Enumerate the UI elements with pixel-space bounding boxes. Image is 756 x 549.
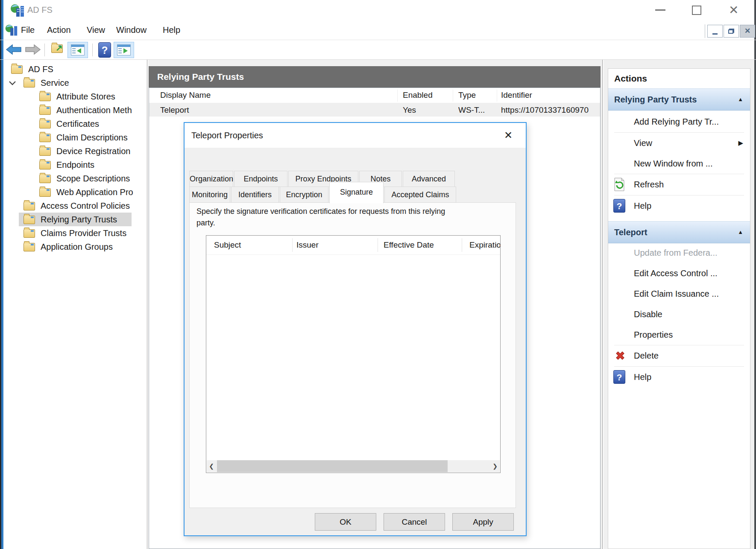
column-separator[interactable]: [497, 90, 497, 102]
back-arrow-icon[interactable]: [6, 43, 22, 56]
mdi-restore-button[interactable]: [724, 25, 739, 38]
scrollbar-thumb[interactable]: [217, 460, 448, 472]
chevron-down-icon[interactable]: [9, 81, 16, 85]
action-new-window[interactable]: New Window from ...: [608, 153, 750, 174]
menu-action[interactable]: Action: [47, 20, 71, 40]
up-one-level-icon[interactable]: ↗: [51, 44, 63, 55]
tree-item-certificates[interactable]: Certificates: [3, 117, 144, 131]
action-edit-access-control-policy[interactable]: Edit Access Control ...: [608, 263, 750, 283]
show-hide-action-pane-button[interactable]: [114, 42, 134, 58]
tree-item-authentication-methods[interactable]: Authentication Meth: [3, 103, 144, 117]
tab-monitoring[interactable]: Monitoring: [189, 187, 230, 203]
folder-icon: [23, 202, 35, 210]
splitter[interactable]: [147, 60, 147, 549]
column-header-enabled[interactable]: Enabled: [403, 88, 433, 103]
teleport-properties-dialog: Teleport Properties ✕ Organization Endpo…: [184, 122, 527, 536]
tree-item-label: Claim Descriptions: [56, 131, 128, 144]
splitter-highlight: [148, 60, 148, 549]
column-separator[interactable]: [453, 90, 453, 102]
minimize-button[interactable]: [655, 9, 665, 11]
tab-endpoints[interactable]: Endpoints: [234, 171, 287, 187]
collapse-icon[interactable]: ▲: [738, 89, 743, 110]
close-button[interactable]: ✕: [729, 3, 738, 18]
folder-icon: [39, 147, 51, 156]
action-delete[interactable]: Delete: [608, 345, 750, 366]
tree-item-label: Authentication Meth: [56, 103, 132, 117]
tab-accepted-claims[interactable]: Accepted Claims: [384, 187, 456, 203]
tree-item-label: Access Control Policies: [41, 199, 130, 213]
column-header-type[interactable]: Type: [458, 88, 476, 103]
tree-item-claim-descriptions[interactable]: Claim Descriptions: [3, 131, 144, 144]
window-border-right: [754, 0, 756, 549]
forward-arrow-icon[interactable]: [25, 43, 41, 56]
cert-column-expiration[interactable]: Expiratio: [469, 236, 500, 254]
action-edit-claim-issuance-policy[interactable]: Edit Claim Issuance ...: [608, 283, 750, 304]
tree-item-service[interactable]: Service: [3, 76, 144, 90]
action-help[interactable]: ? Help: [608, 196, 750, 216]
tree-item-ad-fs[interactable]: AD FS: [3, 62, 144, 76]
tree-item-device-registration[interactable]: Device Registration: [3, 144, 144, 158]
tree-item-label: Relying Party Trusts: [41, 213, 117, 226]
folder-icon: [39, 106, 51, 115]
tree-item-web-application-proxy[interactable]: Web Application Pro: [3, 185, 144, 199]
tree-item-endpoints[interactable]: Endpoints: [3, 158, 144, 172]
actions-section-teleport[interactable]: Teleport ▲: [608, 221, 750, 243]
tree-item-attribute-stores[interactable]: Attribute Stores: [3, 90, 144, 103]
scroll-right-icon[interactable]: ❯: [490, 460, 500, 472]
cert-column-subject[interactable]: Subject: [214, 236, 291, 254]
mdi-close-button[interactable]: ✕: [740, 25, 755, 38]
mdi-minimize-button[interactable]: [707, 25, 723, 38]
menu-window[interactable]: Window: [116, 20, 147, 40]
ok-button[interactable]: OK: [315, 513, 376, 531]
action-pane-icon: [117, 44, 131, 55]
actions-pane-title: Actions: [614, 69, 647, 88]
tab-encryption[interactable]: Encryption: [280, 187, 328, 203]
apply-button[interactable]: Apply: [452, 513, 514, 531]
tab-signature-active[interactable]: Signature: [329, 182, 384, 203]
action-help-teleport[interactable]: ? Help: [608, 367, 750, 387]
cell-identifier: https://10701337160970: [501, 103, 599, 117]
tree-item-access-control-policies[interactable]: Access Control Policies: [3, 199, 144, 213]
action-properties[interactable]: Properties: [608, 324, 750, 345]
tree-item-label: Web Application Pro: [56, 185, 133, 199]
action-view[interactable]: View ▶: [608, 133, 750, 153]
tree-item-scope-descriptions[interactable]: Scope Descriptions: [3, 172, 144, 185]
menu-help[interactable]: Help: [163, 20, 180, 40]
tab-identifiers[interactable]: Identifiers: [231, 187, 279, 203]
list-row-teleport[interactable]: Teleport Yes WS-T... https://10701337160…: [149, 103, 600, 117]
tab-advanced[interactable]: Advanced: [403, 171, 455, 187]
help-icon[interactable]: ?: [98, 42, 111, 58]
column-header-display-name[interactable]: Display Name: [160, 88, 211, 103]
horizontal-scrollbar[interactable]: ❮ ❯: [207, 460, 500, 472]
folder-icon: [23, 229, 35, 238]
column-separator[interactable]: [397, 90, 398, 102]
tree-item-claims-provider-trusts[interactable]: Claims Provider Trusts: [3, 226, 144, 240]
menu-view[interactable]: View: [87, 20, 105, 40]
tab-organization[interactable]: Organization: [189, 171, 233, 187]
action-add-relying-party-trust[interactable]: Add Relying Party Tr...: [608, 111, 750, 132]
maximize-button[interactable]: [692, 6, 701, 15]
cert-column-effective-date[interactable]: Effective Date: [384, 236, 460, 254]
column-header-identifier[interactable]: Identifier: [501, 88, 532, 103]
dialog-close-icon[interactable]: ✕: [501, 128, 516, 143]
menu-file[interactable]: File: [21, 20, 35, 40]
tree-item-label: Service: [41, 76, 69, 90]
action-disable[interactable]: Disable: [608, 304, 750, 324]
cert-column-issuer[interactable]: Issuer: [296, 236, 375, 254]
restore-icon: [728, 29, 734, 34]
adfs-app-icon: [9, 3, 25, 18]
actions-section-relying-party-trusts[interactable]: Relying Party Trusts ▲: [608, 88, 750, 111]
cell-type: WS-T...: [458, 103, 499, 117]
column-separator[interactable]: [462, 238, 462, 252]
collapse-icon[interactable]: ▲: [738, 222, 743, 243]
show-hide-console-tree-button[interactable]: [67, 42, 88, 58]
splitter[interactable]: [602, 60, 603, 549]
scroll-left-icon[interactable]: ❮: [207, 460, 216, 472]
column-separator[interactable]: [378, 238, 378, 252]
tree-item-relying-party-trusts[interactable]: Relying Party Trusts: [3, 213, 144, 226]
tree-item-application-groups[interactable]: Application Groups: [3, 240, 144, 254]
cancel-button[interactable]: Cancel: [384, 513, 445, 531]
folder-icon: [23, 79, 35, 88]
column-separator[interactable]: [292, 238, 293, 252]
action-refresh[interactable]: Refresh: [608, 174, 750, 195]
